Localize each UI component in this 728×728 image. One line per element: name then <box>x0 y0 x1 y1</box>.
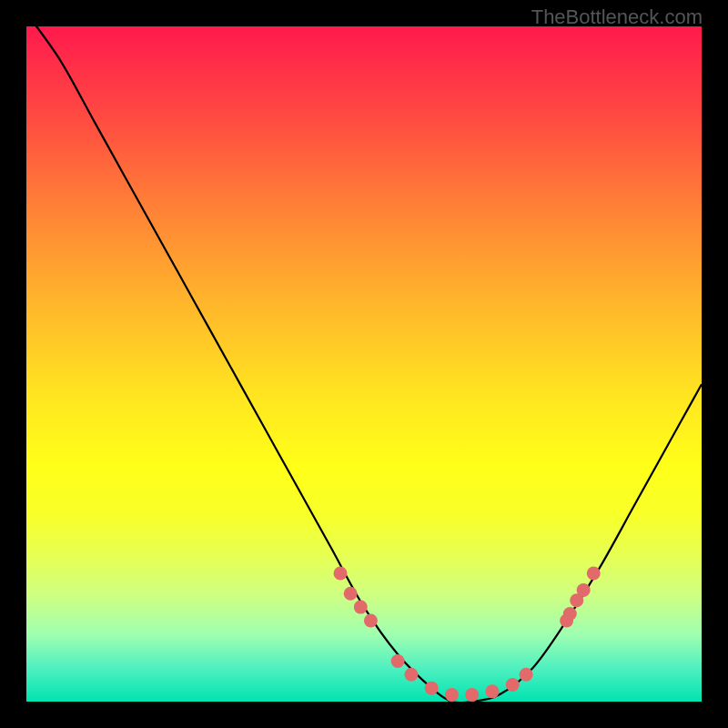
data-point <box>520 668 533 682</box>
data-point <box>445 688 459 702</box>
data-point <box>334 567 348 581</box>
data-point <box>587 567 601 581</box>
data-point <box>506 678 520 692</box>
data-point <box>485 684 499 698</box>
data-point <box>563 607 577 621</box>
data-point <box>391 654 405 668</box>
data-point <box>364 613 378 627</box>
chart-svg <box>26 26 702 702</box>
data-points <box>334 567 601 703</box>
data-point <box>354 601 368 614</box>
watermark-text: TheBottleneck.com <box>531 5 703 29</box>
data-point <box>577 583 591 597</box>
data-point <box>344 587 358 601</box>
data-point <box>404 668 418 682</box>
data-point <box>465 688 479 702</box>
bottleneck-curve <box>26 13 702 703</box>
data-point <box>425 682 439 695</box>
